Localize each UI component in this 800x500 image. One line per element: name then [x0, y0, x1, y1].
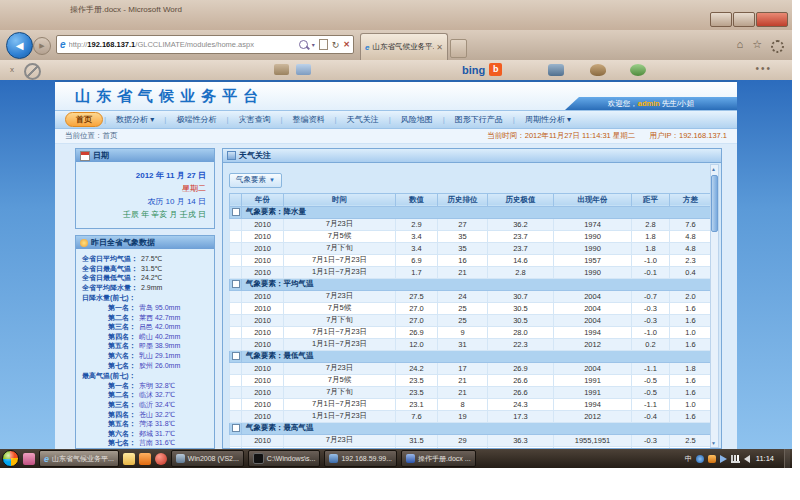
- network-icon[interactable]: [731, 455, 740, 463]
- table-row: 20107月23日31.52936.31955,1951-0.32.5: [230, 434, 712, 446]
- taskbar-button-0[interactable]: Win2008 (VS2...: [171, 450, 244, 467]
- cell: 23.7: [488, 242, 554, 254]
- checkbox[interactable]: [232, 352, 240, 360]
- forward-button[interactable]: ▶: [33, 37, 51, 55]
- checkbox[interactable]: [232, 280, 240, 288]
- nav-item-0[interactable]: 首页: [65, 112, 103, 127]
- tools-gear-icon[interactable]: [771, 40, 784, 53]
- stat-value: 24.2℃: [141, 273, 163, 283]
- element-filter-button[interactable]: 气象要素▼: [229, 173, 282, 188]
- current-time: 当前时间：2012年11月27日 11:14:31 星期二: [487, 131, 635, 140]
- cell: -1.0: [632, 326, 670, 338]
- cell: 2.8: [632, 218, 670, 230]
- bing-logo[interactable]: bing b: [462, 63, 502, 76]
- url-text[interactable]: http://192.168.137.1/GLCCLIMATE/modules/…: [69, 40, 296, 49]
- close-button[interactable]: [756, 12, 788, 27]
- taskbar-clock[interactable]: 11:14: [756, 454, 774, 463]
- browser-tab[interactable]: e 山东省气候业务平... ✕: [360, 33, 448, 60]
- nav-item-3[interactable]: 灾害查询: [229, 112, 279, 127]
- popup-blocker-icon[interactable]: [24, 63, 41, 80]
- nav-item-5[interactable]: 天气关注: [338, 112, 388, 127]
- toolbar-overflow-icon[interactable]: •••: [755, 63, 772, 74]
- nav-separator: |: [513, 115, 515, 124]
- ime-indicator[interactable]: 中: [685, 454, 692, 464]
- nav-item-6[interactable]: 风险地图: [392, 112, 442, 127]
- group-row: 气象要素：最高气温: [230, 422, 712, 434]
- start-button[interactable]: [2, 450, 19, 467]
- tray-security-icon[interactable]: [708, 455, 716, 463]
- cell: 6.9: [396, 254, 438, 266]
- minimize-button[interactable]: [710, 12, 732, 27]
- favorites-star-icon[interactable]: ☆: [752, 38, 762, 53]
- action-center-flag-icon[interactable]: [720, 455, 727, 463]
- toolbar-close-icon[interactable]: x: [10, 65, 14, 74]
- new-tab-button[interactable]: [450, 39, 467, 58]
- group-checkbox-cell: [230, 278, 242, 290]
- pets-icon[interactable]: [590, 64, 606, 76]
- compatibility-icon[interactable]: [319, 39, 328, 50]
- weather-rank-item: 第六名：乳山 29.1mm: [82, 351, 208, 361]
- nav-item-7[interactable]: 图形下行产品: [446, 112, 512, 127]
- home-icon[interactable]: ⌂: [736, 38, 743, 53]
- search-dropdown-icon[interactable]: ▾: [312, 41, 315, 48]
- scrollbar-thumb[interactable]: [711, 175, 718, 232]
- nav-item-8[interactable]: 周期性分析 ▾: [516, 112, 580, 127]
- nav-item-4[interactable]: 整编资料: [284, 112, 334, 127]
- nav-item-1[interactable]: 数据分析 ▾: [107, 112, 163, 127]
- scroll-up-arrow[interactable]: ▲: [711, 165, 716, 173]
- cell: 4.8: [670, 242, 712, 254]
- rank-label: 第二名：: [108, 313, 136, 323]
- weather-focus-body: 气象要素▼ 年份时间数值历史排位历史极值出现年份距平方差 气象要素：降水量201…: [222, 163, 722, 449]
- column-header: 数值: [396, 193, 438, 206]
- weather-section-title: 日降水量(前七)：: [82, 293, 208, 303]
- cell: 7月23日: [284, 362, 396, 374]
- scroll-down-arrow[interactable]: ▼: [711, 439, 716, 447]
- address-bar[interactable]: e http://192.168.137.1/GLCCLIMATE/module…: [56, 35, 354, 54]
- row-indent-cell: [230, 218, 242, 230]
- explorer-icon[interactable]: [123, 453, 135, 465]
- cell: 31: [438, 338, 488, 350]
- refresh-icon[interactable]: ↻: [332, 40, 340, 50]
- back-button[interactable]: ◀: [6, 32, 33, 59]
- taskbar-ie-button[interactable]: e 山东省气候业务平...: [39, 450, 119, 467]
- column-header: 历史极值: [488, 193, 554, 206]
- taskbar-button-3[interactable]: 操作手册.docx ...: [401, 450, 476, 467]
- cell: 1.6: [670, 410, 712, 422]
- cell: 2010: [242, 410, 284, 422]
- bing-badge-icon: b: [489, 63, 502, 76]
- nav-item-2[interactable]: 极端性分析: [167, 112, 225, 127]
- checkbox[interactable]: [232, 424, 240, 432]
- checkbox[interactable]: [232, 208, 240, 216]
- pinned-app-icon[interactable]: [139, 453, 151, 465]
- table-row: 20107月5候27.02530.52004-0.31.6: [230, 302, 712, 314]
- maximize-button[interactable]: [733, 12, 755, 27]
- tray-update-icon[interactable]: [696, 455, 704, 463]
- vertical-scrollbar[interactable]: ▲ ▼: [710, 164, 719, 448]
- taskbar-button-label: C:\Windows\s...: [267, 455, 316, 462]
- volume-icon[interactable]: [744, 455, 750, 463]
- show-desktop-button[interactable]: [784, 449, 790, 468]
- stop-icon[interactable]: ✕: [343, 40, 350, 49]
- table-row: 20101月1日~7月23日1.7212.81990-0.10.4: [230, 266, 712, 278]
- taskbar-pinned-icon[interactable]: [23, 453, 35, 465]
- table-row: 20107月1日~7月23日26.9928.01994-1.01.0: [230, 326, 712, 338]
- mail-icon[interactable]: [274, 64, 289, 75]
- taskbar-button-1[interactable]: C:\Windows\s...: [248, 450, 321, 467]
- cell: 0.4: [670, 266, 712, 278]
- taskbar-button-icon: [329, 454, 338, 463]
- table-row: 20107月5候23.52126.61991-0.51.6: [230, 374, 712, 386]
- lunar-line: 农历 10 月 14 日: [84, 195, 206, 208]
- taskbar-button-2[interactable]: 192.168.59.99...: [324, 450, 397, 467]
- people-icon[interactable]: [630, 64, 646, 76]
- table-header: 年份时间数值历史排位历史极值出现年份距平方差: [230, 193, 712, 206]
- camera-icon[interactable]: [548, 64, 564, 76]
- message-icon[interactable]: [296, 64, 311, 75]
- media-player-icon[interactable]: [155, 453, 167, 465]
- cell: 7.6: [670, 218, 712, 230]
- table-row: 20107月5候3.43523.719901.84.8: [230, 230, 712, 242]
- search-icon[interactable]: [299, 40, 308, 49]
- tab-close-icon[interactable]: ✕: [436, 43, 443, 52]
- cell: 9: [438, 326, 488, 338]
- cell: 1.6: [670, 314, 712, 326]
- rank-value: 临沂 32.4℃: [139, 400, 175, 410]
